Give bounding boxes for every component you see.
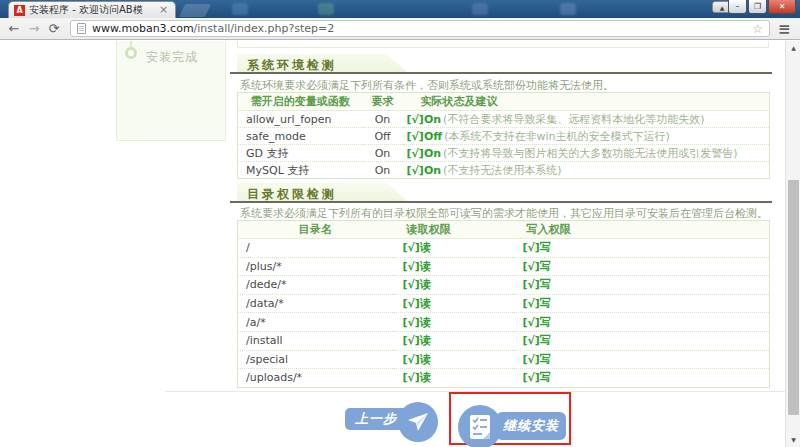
col-header: 读取权限 <box>393 221 513 239</box>
window-controls: – ❐ ✕ <box>727 0 796 14</box>
dir-section-desc: 系统要求必须满足下列所有的目录权限全部可读写的需求才能使用，其它应用目录可安装后… <box>240 206 768 221</box>
scrollbar-thumb[interactable] <box>788 180 799 415</box>
env-check-table: 需开启的变量或函数 要求 实际状态及建议 allow_url_fopen On … <box>237 92 770 179</box>
table-row: /install [√]读 [√]写 <box>238 331 770 350</box>
url-domain: www.moban3.com <box>92 22 194 35</box>
background-app-icon <box>472 3 488 15</box>
url-path: /install/index.php?step=2 <box>194 22 335 35</box>
checklist-icon <box>468 414 492 440</box>
continue-install-button[interactable]: 继续安装 <box>496 412 566 440</box>
maximize-button[interactable]: ❐ <box>748 0 767 14</box>
step-bullet-icon <box>125 47 137 59</box>
status-note: (本系统不支持在非win主机的安全模式下运行) <box>444 130 670 143</box>
tab-title: 安装程序 - 欢迎访问AB模 <box>29 3 157 17</box>
window-titlebar: A 安装程序 - 欢迎访问AB模 × ▲ – ❐ ✕ <box>0 0 800 18</box>
dir-permission-table: 目录名 读取权限 写入权限 / [√]读 [√]写 /plus/* [√]读 [… <box>237 220 770 388</box>
col-header: 实际状态及建议 <box>403 93 770 111</box>
col-header: 写入权限 <box>513 221 770 239</box>
table-row: /plus/* [√]读 [√]写 <box>238 257 770 276</box>
section-rule <box>230 72 772 74</box>
col-header: 要求 <box>363 93 403 111</box>
browser-tab[interactable]: A 安装程序 - 欢迎访问AB模 × <box>8 1 176 18</box>
background-app-icon <box>232 3 248 15</box>
status-note: (不支持将导致与图片相关的大多数功能无法使用或引发警告) <box>443 147 738 160</box>
table-row: MySQL 支持 On [√]On(不支持无法使用本系统) <box>238 162 770 179</box>
tab-close-icon[interactable]: × <box>159 5 168 15</box>
table-row: / [√]读 [√]写 <box>238 239 770 258</box>
table-row: /data/* [√]读 [√]写 <box>238 294 770 313</box>
dir-section-title: 目录权限检测 <box>237 183 407 201</box>
env-section-desc: 系统环境要求必须满足下列所有条件，否则系统或系统部份功能将无法使用。 <box>240 78 614 93</box>
previous-step-button[interactable] <box>398 402 438 442</box>
table-header-row: 需开启的变量或函数 要求 实际状态及建议 <box>238 93 770 111</box>
site-favicon: A <box>14 5 25 16</box>
table-row: allow_url_fopen On [√]On(不符合要求将导致采集、远程资料… <box>238 111 770 128</box>
close-button[interactable]: ✕ <box>768 0 796 14</box>
reload-icon[interactable]: ⟳ <box>44 21 64 36</box>
scroll-up-icon[interactable]: ▲ <box>786 41 800 55</box>
back-icon[interactable]: ← <box>4 21 24 36</box>
table-row: /a/* [√]读 [√]写 <box>238 313 770 332</box>
table-row: /uploads/* [√]读 [√]写 <box>238 369 770 388</box>
col-header: 需开启的变量或函数 <box>238 93 363 111</box>
status-note: (不符合要求将导致采集、远程资料本地化等功能失效) <box>443 113 705 126</box>
forward-icon[interactable]: → <box>24 21 44 36</box>
background-app-icon <box>560 3 576 15</box>
minimize-button[interactable]: – <box>728 0 747 14</box>
background-app-icon <box>318 3 334 15</box>
col-header: 目录名 <box>238 221 393 239</box>
page-icon <box>77 23 86 34</box>
main-column: 当前目录检测 D:/php/xampp/www/htdocs 系统环境检测 系统… <box>230 41 772 447</box>
table-header-row: 目录名 读取权限 写入权限 <box>238 221 770 239</box>
url-text[interactable]: www.moban3.com/install/index.php?step=2 <box>92 22 748 35</box>
status-ok: [√]On <box>407 113 442 126</box>
page-scrollbar[interactable]: ▲ ▼ <box>785 41 800 447</box>
table-row: safe_mode Off [√]Off(本系统不支持在非win主机的安全模式下… <box>238 128 770 145</box>
status-note: (不支持无法使用本系统) <box>443 164 562 177</box>
status-ok: [√]Off <box>407 130 443 143</box>
section-rule <box>230 201 772 203</box>
table-row: /special [√]读 [√]写 <box>238 350 770 369</box>
browser-toolbar: ← → ⟳ www.moban3.com/install/index.php?s… <box>0 18 800 40</box>
paper-plane-icon <box>406 410 430 434</box>
clipped-table-row: 当前目录检测 D:/php/xampp/www/htdocs <box>237 41 769 48</box>
table-row: /dede/* [√]读 [√]写 <box>238 276 770 295</box>
page-content: 安装完成 当前目录检测 D:/php/xampp/www/htdocs 系统环境… <box>0 41 800 447</box>
clipped-left-text: 当前目录检测 <box>246 41 306 42</box>
scroll-down-icon[interactable]: ▼ <box>786 433 800 447</box>
menu-icon[interactable]: ≡ <box>778 20 791 38</box>
env-section-title: 系统环境检测 <box>237 54 407 72</box>
status-ok: [√]On <box>407 164 442 177</box>
address-bar[interactable]: www.moban3.com/install/index.php?step=2 … <box>70 20 770 37</box>
step-label: 安装完成 <box>146 49 198 66</box>
bookmark-star-icon[interactable]: ☆ <box>752 22 763 36</box>
table-row: GD 支持 On [√]On(不支持将导致与图片相关的大多数功能无法使用或引发警… <box>238 145 770 162</box>
status-ok: [√]On <box>407 147 442 160</box>
new-tab-button[interactable] <box>179 4 211 17</box>
